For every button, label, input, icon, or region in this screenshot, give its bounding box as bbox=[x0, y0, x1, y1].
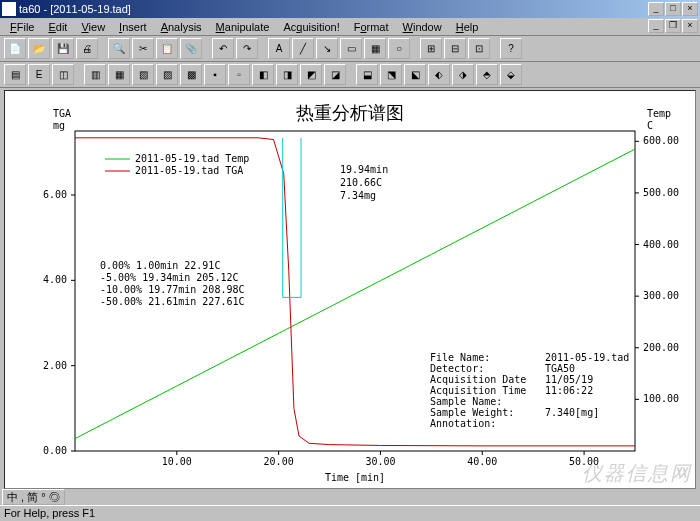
t2-2[interactable]: E bbox=[28, 64, 50, 85]
svg-text:File Name:: File Name: bbox=[430, 352, 490, 363]
t2-3[interactable]: ◫ bbox=[52, 64, 74, 85]
t2-14[interactable]: ◪ bbox=[324, 64, 346, 85]
svg-text:2011-05-19.tad: 2011-05-19.tad bbox=[545, 352, 629, 363]
svg-text:TGA50: TGA50 bbox=[545, 363, 575, 374]
help-button[interactable]: ? bbox=[500, 38, 522, 59]
mdi-restore-button[interactable]: ❐ bbox=[665, 19, 681, 33]
svg-text:7.340[mg]: 7.340[mg] bbox=[545, 407, 599, 418]
tool-circle-button[interactable]: ○ bbox=[388, 38, 410, 59]
menu-manipulate[interactable]: Manipulate bbox=[210, 20, 276, 34]
t2-5[interactable]: ▦ bbox=[108, 64, 130, 85]
svg-text:0.00% 1.00min 22.91C: 0.00% 1.00min 22.91C bbox=[100, 260, 220, 271]
mdi-minimize-button[interactable]: _ bbox=[648, 19, 664, 33]
tool-a-button[interactable]: A bbox=[268, 38, 290, 59]
redo-button[interactable]: ↷ bbox=[236, 38, 258, 59]
svg-text:20.00: 20.00 bbox=[264, 456, 294, 467]
svg-text:10.00: 10.00 bbox=[162, 456, 192, 467]
svg-text:Sample Weight:: Sample Weight: bbox=[430, 407, 514, 418]
chart-title: 热重分析谱图 bbox=[296, 102, 404, 123]
menu-insert[interactable]: Insert bbox=[113, 20, 153, 34]
search-button[interactable]: 🔍 bbox=[108, 38, 130, 59]
watermark: 仪器信息网 bbox=[582, 460, 692, 487]
tool-line-button[interactable]: ╱ bbox=[292, 38, 314, 59]
t2-6[interactable]: ▧ bbox=[132, 64, 154, 85]
ime-bar[interactable]: 中 , 简 ° ◎ bbox=[2, 489, 65, 505]
t2-19[interactable]: ⬗ bbox=[452, 64, 474, 85]
svg-text:100.00: 100.00 bbox=[643, 393, 679, 404]
svg-text:19.94min: 19.94min bbox=[340, 164, 388, 175]
svg-text:7.34mg: 7.34mg bbox=[340, 190, 376, 201]
minimize-button[interactable]: _ bbox=[648, 2, 664, 16]
svg-text:40.00: 40.00 bbox=[467, 456, 497, 467]
titlebar: ta60 - [2011-05-19.tad] _ □ × bbox=[0, 0, 700, 18]
t2-1[interactable]: ▤ bbox=[4, 64, 26, 85]
t2-17[interactable]: ⬕ bbox=[404, 64, 426, 85]
new-button[interactable]: 📄 bbox=[4, 38, 26, 59]
open-button[interactable]: 📂 bbox=[28, 38, 50, 59]
toolbar-1: 📄 📂 💾 🖨 🔍 ✂ 📋 📎 ↶ ↷ A ╱ ↘ ▭ ▦ ○ ⊞ ⊟ ⊡ ? bbox=[0, 36, 700, 62]
t2-11[interactable]: ◧ bbox=[252, 64, 274, 85]
tool-rect-button[interactable]: ▭ bbox=[340, 38, 362, 59]
statusbar: For Help, press F1 bbox=[0, 505, 700, 521]
svg-text:Annotation:: Annotation: bbox=[430, 418, 496, 429]
svg-text:-50.00% 21.61min 227.61C: -50.00% 21.61min 227.61C bbox=[100, 296, 245, 307]
plot-area: 热重分析谱图 TGA mg Temp C 0.002.004.006.00100… bbox=[4, 90, 696, 489]
menu-analysis[interactable]: Analysis bbox=[155, 20, 208, 34]
svg-text:11/05/19: 11/05/19 bbox=[545, 374, 593, 385]
y-left-unit: mg bbox=[53, 120, 65, 131]
status-text: For Help, press F1 bbox=[4, 507, 95, 519]
cut-button[interactable]: ✂ bbox=[132, 38, 154, 59]
menu-edit[interactable]: Edit bbox=[42, 20, 73, 34]
close-button[interactable]: × bbox=[682, 2, 698, 16]
menu-acquisition[interactable]: Acquisition! bbox=[277, 20, 345, 34]
tool-x3-button[interactable]: ⊡ bbox=[468, 38, 490, 59]
menu-file[interactable]: FFileFile bbox=[4, 20, 40, 34]
svg-text:2011-05-19.tad TGA: 2011-05-19.tad TGA bbox=[135, 165, 243, 176]
svg-text:-5.00% 19.34min 205.12C: -5.00% 19.34min 205.12C bbox=[100, 272, 238, 283]
t2-16[interactable]: ⬔ bbox=[380, 64, 402, 85]
svg-text:Acquisition Date: Acquisition Date bbox=[430, 374, 526, 385]
svg-text:2011-05-19.tad Temp: 2011-05-19.tad Temp bbox=[135, 153, 249, 164]
mdi-close-button[interactable]: × bbox=[682, 19, 698, 33]
menu-format[interactable]: Format bbox=[348, 20, 395, 34]
maximize-button[interactable]: □ bbox=[665, 2, 681, 16]
copy-button[interactable]: 📋 bbox=[156, 38, 178, 59]
menu-help[interactable]: Help bbox=[450, 20, 485, 34]
tool-arrow-button[interactable]: ↘ bbox=[316, 38, 338, 59]
x-label: Time [min] bbox=[325, 472, 385, 483]
svg-text:30.00: 30.00 bbox=[365, 456, 395, 467]
y-right-label: Temp bbox=[647, 108, 671, 119]
t2-8[interactable]: ▩ bbox=[180, 64, 202, 85]
svg-text:4.00: 4.00 bbox=[43, 274, 67, 285]
t2-7[interactable]: ▨ bbox=[156, 64, 178, 85]
save-button[interactable]: 💾 bbox=[52, 38, 74, 59]
y-left-label: TGA bbox=[53, 108, 71, 119]
tool-x1-button[interactable]: ⊞ bbox=[420, 38, 442, 59]
svg-text:2.00: 2.00 bbox=[43, 360, 67, 371]
t2-9[interactable]: ▪ bbox=[204, 64, 226, 85]
menubar: FFileFile Edit View Insert Analysis Mani… bbox=[0, 18, 700, 36]
svg-text:Acquisition Time: Acquisition Time bbox=[430, 385, 526, 396]
svg-text:0.00: 0.00 bbox=[43, 445, 67, 456]
t2-20[interactable]: ⬘ bbox=[476, 64, 498, 85]
menu-window[interactable]: Window bbox=[397, 20, 448, 34]
t2-13[interactable]: ◩ bbox=[300, 64, 322, 85]
tool-frame-button[interactable]: ▦ bbox=[364, 38, 386, 59]
t2-15[interactable]: ⬓ bbox=[356, 64, 378, 85]
print-button[interactable]: 🖨 bbox=[76, 38, 98, 59]
chart-svg: 热重分析谱图 TGA mg Temp C 0.002.004.006.00100… bbox=[5, 91, 695, 486]
t2-10[interactable]: ▫ bbox=[228, 64, 250, 85]
t2-18[interactable]: ⬖ bbox=[428, 64, 450, 85]
svg-text:Sample Name:: Sample Name: bbox=[430, 396, 502, 407]
tool-x2-button[interactable]: ⊟ bbox=[444, 38, 466, 59]
t2-12[interactable]: ◨ bbox=[276, 64, 298, 85]
paste-button[interactable]: 📎 bbox=[180, 38, 202, 59]
svg-text:6.00: 6.00 bbox=[43, 189, 67, 200]
app-icon bbox=[2, 2, 16, 16]
t2-21[interactable]: ⬙ bbox=[500, 64, 522, 85]
window-title: ta60 - [2011-05-19.tad] bbox=[19, 3, 648, 15]
menu-view[interactable]: View bbox=[75, 20, 111, 34]
t2-4[interactable]: ▥ bbox=[84, 64, 106, 85]
undo-button[interactable]: ↶ bbox=[212, 38, 234, 59]
svg-text:500.00: 500.00 bbox=[643, 187, 679, 198]
